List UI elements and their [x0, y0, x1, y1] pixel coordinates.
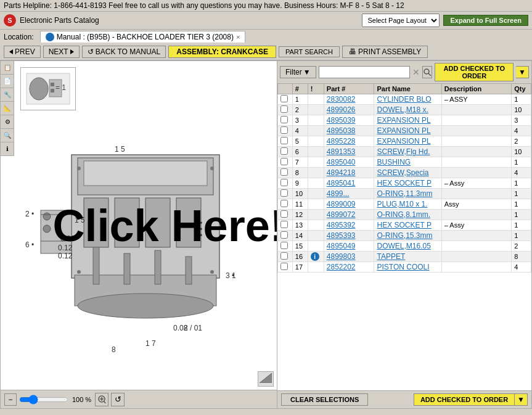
row-checkbox[interactable] [280, 179, 288, 186]
filter-button[interactable]: Filter ▼ [280, 66, 316, 78]
prev-button[interactable]: PREV [4, 46, 41, 58]
search-icon [423, 68, 432, 76]
part-number-link[interactable]: 4899026 [327, 105, 356, 114]
bottom-add-checked-button[interactable]: ADD CHECKED TO ORDER [414, 393, 515, 406]
row-checkbox[interactable] [280, 147, 288, 155]
side-icon-2[interactable]: 📄 [1, 75, 14, 88]
zoom-reset-button[interactable]: ↺ [111, 393, 125, 406]
row-alert [308, 94, 324, 105]
row-qty: 2 [512, 136, 531, 147]
row-checkbox[interactable] [280, 221, 288, 228]
part-number-link[interactable]: 4895040 [327, 158, 356, 166]
side-icon-4[interactable]: 📐 [1, 102, 14, 115]
part-number-link[interactable]: 4895392 [327, 221, 356, 229]
part-name-link[interactable]: PISTON COOLI [377, 263, 429, 271]
part-name-link[interactable]: EXPANSION PL [377, 137, 430, 146]
table-row: 124899072O-RING,8.1mm.1 [278, 210, 531, 220]
row-checkbox[interactable] [280, 105, 288, 113]
manual-tab[interactable]: Manual : (B95B) - BACKHOE LOADER TIER 3 … [40, 31, 246, 43]
part-name-link[interactable]: SCREW,Specia [377, 168, 428, 177]
part-name-link[interactable]: O-RING,15.3mm [377, 231, 432, 240]
bottom-action-bar: CLEAR SELECTIONS ADD CHECKED TO ORDER ▼ [277, 390, 531, 408]
side-icon-7[interactable]: ℹ [1, 142, 14, 156]
part-name-link[interactable]: DOWEL,M16.05 [377, 242, 430, 250]
row-checkbox[interactable] [280, 95, 288, 102]
location-label: Location: [4, 33, 34, 41]
side-icon-3[interactable]: 🔧 [1, 88, 14, 102]
diagram-area[interactable]: = 1 [14, 61, 277, 390]
part-number-link[interactable]: 4895049 [327, 242, 356, 250]
row-checkbox[interactable] [280, 200, 288, 207]
row-checkbox[interactable] [280, 137, 288, 144]
side-icon-1[interactable]: 📋 [1, 61, 14, 75]
row-alert [308, 157, 324, 168]
part-name-link[interactable]: SCREW,Flg Hd. [377, 147, 430, 156]
filter-search-button[interactable] [422, 66, 433, 78]
row-checkbox[interactable] [280, 116, 288, 123]
clear-selections-button[interactable]: CLEAR SELECTIONS [281, 393, 368, 406]
zoom-in-button[interactable] [95, 393, 108, 406]
part-name-link[interactable]: O-RING,11.3mm [377, 189, 432, 198]
row-alert [308, 178, 324, 189]
zoom-out-button[interactable]: − [4, 393, 17, 406]
part-number-link[interactable]: 4894218 [327, 168, 356, 177]
row-qty: 8 [512, 252, 531, 262]
filter-input[interactable] [319, 66, 410, 78]
row-checkbox[interactable] [280, 210, 288, 218]
part-name-link[interactable]: EXPANSION PL [377, 116, 430, 125]
back-to-manual-button[interactable]: ↺ BACK TO MANUAL [82, 46, 166, 58]
part-name-link[interactable]: BUSHING [377, 158, 411, 166]
row-checkbox[interactable] [280, 189, 288, 197]
part-name-link[interactable]: PLUG,M10 x 1. [377, 200, 427, 208]
part-name-link[interactable]: HEX SOCKET P [377, 221, 431, 229]
part-name-link[interactable]: EXPANSION PL [377, 126, 430, 135]
row-checkbox[interactable] [280, 263, 288, 270]
row-alert [308, 199, 324, 210]
part-number-link[interactable]: 2830082 [327, 95, 356, 104]
bottom-add-checked-arrow[interactable]: ▼ [515, 393, 528, 406]
next-button[interactable]: NEXT [43, 46, 80, 58]
part-number-link[interactable]: 4895038 [327, 126, 356, 135]
row-checkbox[interactable] [280, 168, 288, 176]
part-number-link[interactable]: 4891353 [327, 147, 356, 156]
row-description [441, 262, 511, 273]
row-checkbox[interactable] [280, 231, 288, 239]
part-number-link[interactable]: 4895041 [327, 179, 356, 187]
side-icon-5[interactable]: ⚙ [1, 115, 14, 129]
corner-icon[interactable] [258, 371, 274, 387]
part-name-link[interactable]: HEX SOCKET P [377, 179, 431, 187]
part-number-link[interactable]: 4895039 [327, 116, 356, 125]
top-bar: S Electronic Parts Catalog Select Page L… [0, 12, 532, 30]
info-icon[interactable]: i [311, 252, 319, 261]
part-number-link[interactable]: 4899... [327, 189, 350, 198]
part-number-link[interactable]: 2852202 [327, 263, 356, 271]
row-checkbox[interactable] [280, 242, 288, 249]
part-number-link[interactable]: 4899803 [327, 252, 356, 261]
part-name-link[interactable]: CYLINDER BLO [377, 95, 431, 104]
close-tab-icon[interactable]: × [236, 33, 240, 41]
add-checked-arrow-button[interactable]: ▼ [516, 66, 529, 78]
part-name-link[interactable]: O-RING,8.1mm. [377, 210, 430, 219]
part-number-link[interactable]: 4899009 [327, 200, 356, 208]
part-number-link[interactable]: 4895393 [327, 231, 356, 240]
svg-rect-19 [124, 253, 130, 284]
page-layout-select[interactable]: Select Page Layout [362, 14, 440, 27]
row-description [441, 147, 511, 157]
add-checked-order-button[interactable]: ADD CHECKED TO ORDER [435, 63, 514, 81]
part-name-link[interactable]: DOWEL,M18 x. [377, 105, 428, 114]
row-checkbox[interactable] [280, 126, 288, 134]
part-number-link[interactable]: 4895228 [327, 137, 356, 146]
filter-clear-button[interactable]: ✕ [412, 67, 420, 77]
table-row: 34895039EXPANSION PL3 [278, 115, 531, 126]
part-name-link[interactable]: TAPPET [377, 252, 405, 261]
print-assembly-button[interactable]: 🖶 PRINT ASSEMBLY [342, 46, 428, 58]
part-number-link[interactable]: 4899072 [327, 210, 356, 219]
thumbnail-svg: = 1 [23, 70, 73, 107]
row-checkbox[interactable] [280, 158, 288, 165]
svg-rect-8 [84, 161, 207, 186]
zoom-slider[interactable] [19, 395, 68, 405]
expand-fullscreen-button[interactable]: Expand to Full Screen [443, 15, 528, 26]
row-checkbox[interactable] [280, 252, 288, 260]
side-icon-6[interactable]: 🔍 [1, 129, 14, 142]
part-search-button[interactable]: PART SEARCH [279, 46, 340, 57]
